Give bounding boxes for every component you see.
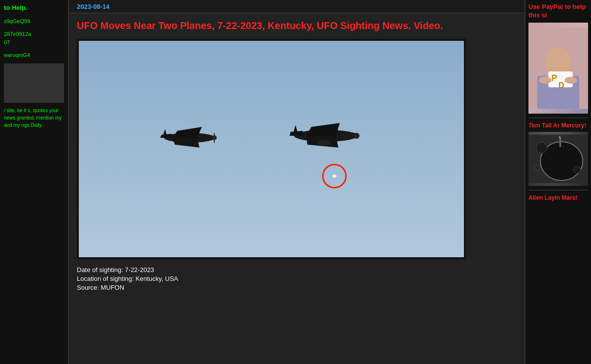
svg-point-20 [539, 77, 552, 84]
divider-2 [528, 190, 588, 190]
location-value: Kentucky, USA [135, 275, 178, 282]
paypal-section: Use PayPal to help this si P D [528, 3, 588, 114]
svg-point-25 [536, 143, 547, 153]
ufo-circle-marker [322, 164, 347, 188]
plane-right-icon [287, 117, 365, 152]
svg-point-27 [535, 165, 540, 171]
video-scene [79, 41, 464, 257]
date-bar: 2023-08-14 [69, 0, 525, 13]
source-line: Source: MUFON [77, 284, 517, 291]
location-line: Location of sighting: Kentucky, USA [77, 275, 517, 282]
alien-title: Alien Layin Mars! [528, 194, 588, 202]
svg-point-26 [573, 167, 580, 174]
alien-section[interactable]: Alien Layin Mars! [528, 194, 588, 202]
svg-marker-4 [160, 134, 172, 138]
help-text: to Help. [4, 4, 64, 11]
article-title: UFO Moves Near Two Planes, 7-22-2023, Ke… [77, 19, 517, 32]
source-label: Source: [77, 284, 99, 291]
paypal-title: Use PayPal to help this si [528, 3, 588, 20]
paypal-image-svg: P D [528, 23, 588, 114]
code-1: s9qGeQ99 [4, 17, 64, 26]
location-label: Location of sighting: [77, 275, 134, 282]
ufo-dot [332, 175, 336, 178]
divider-1 [528, 118, 588, 118]
paypal-image[interactable]: P D [528, 23, 588, 114]
svg-marker-11 [290, 131, 303, 136]
mercury-thumbnail [528, 132, 588, 186]
svg-marker-2 [172, 138, 199, 148]
svg-point-13 [354, 133, 360, 139]
sidebar-right: Use PayPal to help this si P D [525, 0, 591, 364]
plane-left-icon [158, 122, 222, 152]
sidebar-ad-box [4, 63, 64, 103]
article-date: 2023-08-14 [77, 3, 110, 10]
svg-marker-8 [306, 123, 340, 136]
mercury-svg [528, 132, 588, 186]
video-container[interactable] [77, 39, 466, 259]
main-content: 2023-08-14 UFO Moves Near Two Planes, 7-… [69, 0, 525, 364]
date-of-sighting-value: 7-22-2023 [125, 266, 154, 273]
svg-text:P: P [552, 73, 558, 83]
svg-text:D: D [558, 81, 564, 90]
sidebar-left: to Help. s9qGeQ99 287e0912a 07 ewrvqmG4 … [0, 0, 69, 364]
code-2: 287e0912a 07 [4, 30, 64, 47]
date-of-sighting-line: Date of sighting: 7-22-2023 [77, 266, 517, 273]
mercury-article-link[interactable]: 7km Tall Ar Mercury! [528, 122, 588, 186]
date-of-sighting-label: Date of sighting: [77, 266, 123, 273]
source-value: MUFON [100, 284, 124, 291]
code-3: ewrvqmG4 [4, 51, 64, 60]
permission-text: / site, be it s, quotes your news grante… [4, 107, 64, 129]
svg-rect-28 [559, 138, 561, 147]
svg-marker-1 [172, 127, 202, 138]
article-container: UFO Moves Near Two Planes, 7-22-2023, Ke… [69, 13, 525, 299]
svg-point-12 [317, 140, 330, 146]
mercury-surface-image [528, 132, 588, 186]
svg-point-21 [564, 77, 577, 84]
mercury-title: 7km Tall Ar Mercury! [528, 122, 588, 130]
sighting-details: Date of sighting: 7-22-2023 Location of … [77, 266, 517, 291]
